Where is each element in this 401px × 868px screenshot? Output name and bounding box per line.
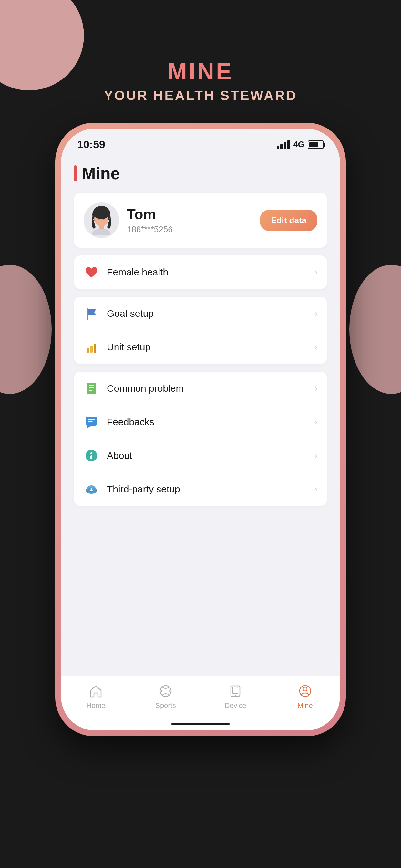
home-bar bbox=[61, 719, 340, 731]
menu-item-feedbacks[interactable]: Feedbacks › bbox=[74, 405, 327, 439]
svg-rect-17 bbox=[88, 422, 93, 423]
home-tab-icon bbox=[88, 683, 104, 700]
header-subtitle: YOUR HEALTH STEWARD bbox=[104, 88, 297, 103]
unit-setup-label: Unit setup bbox=[107, 342, 314, 352]
menu-item-third-party[interactable]: Third-party setup › bbox=[74, 472, 327, 506]
menu-section-setup: Goal setup › Unit setup › bbox=[74, 297, 327, 364]
menu-section-health: Female health › bbox=[74, 255, 327, 289]
chevron-icon: › bbox=[314, 451, 317, 461]
network-type: 4G bbox=[293, 140, 305, 150]
signal-bars-icon bbox=[277, 140, 290, 149]
header-section: MINE YOUR HEALTH STEWARD bbox=[104, 58, 297, 103]
svg-rect-13 bbox=[89, 388, 94, 389]
user-info: Tom 186****5256 bbox=[127, 206, 260, 235]
svg-rect-10 bbox=[94, 344, 96, 352]
device-tab-icon bbox=[227, 683, 244, 700]
battery-icon bbox=[308, 141, 324, 149]
cloud-icon bbox=[84, 482, 99, 497]
menu-item-female-health[interactable]: Female health › bbox=[74, 255, 327, 289]
common-problem-label: Common problem bbox=[107, 383, 314, 394]
menu-section-help: Common problem › Feedbacks bbox=[74, 372, 327, 506]
tab-home-label: Home bbox=[87, 702, 105, 710]
home-bar-indicator bbox=[172, 723, 229, 725]
page-title: Mine bbox=[82, 164, 120, 183]
svg-rect-20 bbox=[90, 455, 92, 459]
tab-device[interactable]: Device bbox=[216, 683, 255, 710]
menu-item-goal-setup[interactable]: Goal setup › bbox=[74, 297, 327, 330]
tab-bar: Home Sports bbox=[61, 676, 340, 719]
svg-rect-14 bbox=[89, 390, 92, 391]
status-icons: 4G bbox=[277, 140, 324, 150]
svg-point-6 bbox=[103, 218, 104, 220]
svg-rect-7 bbox=[87, 308, 89, 320]
user-name: Tom bbox=[127, 206, 260, 222]
chevron-icon: › bbox=[314, 417, 317, 427]
tab-home[interactable]: Home bbox=[76, 683, 115, 710]
bg-circle-top bbox=[0, 0, 84, 90]
status-bar: 10:59 4G bbox=[61, 128, 340, 154]
phone-inner: 10:59 4G bbox=[61, 128, 340, 731]
edit-data-button[interactable]: Edit data bbox=[260, 210, 317, 231]
menu-item-about[interactable]: About › bbox=[74, 439, 327, 472]
about-label: About bbox=[107, 450, 314, 461]
avatar-svg bbox=[89, 206, 114, 235]
chevron-icon: › bbox=[314, 267, 317, 277]
svg-point-31 bbox=[303, 687, 307, 691]
svg-rect-12 bbox=[89, 385, 94, 386]
bg-circle-left bbox=[0, 265, 52, 394]
chevron-icon: › bbox=[314, 484, 317, 494]
chat-icon bbox=[84, 414, 99, 430]
app-content: Mine bbox=[61, 154, 340, 676]
tab-mine-label: Mine bbox=[297, 702, 313, 710]
sports-tab-icon bbox=[157, 683, 174, 700]
svg-rect-16 bbox=[88, 419, 95, 420]
bg-circle-right bbox=[349, 265, 401, 394]
page-title-row: Mine bbox=[74, 164, 327, 183]
header-title: MINE bbox=[104, 58, 297, 85]
menu-item-unit-setup[interactable]: Unit setup › bbox=[74, 330, 327, 364]
feedbacks-label: Feedbacks bbox=[107, 416, 314, 428]
avatar bbox=[84, 203, 119, 238]
doc-icon bbox=[84, 381, 99, 396]
phone-outer: 10:59 4G bbox=[55, 123, 346, 736]
phone-mockup: 10:59 4G bbox=[55, 123, 346, 736]
tab-device-label: Device bbox=[224, 702, 246, 710]
svg-rect-15 bbox=[86, 416, 97, 426]
mine-tab-icon bbox=[297, 683, 313, 700]
tab-sports-label: Sports bbox=[155, 702, 176, 710]
svg-point-29 bbox=[235, 694, 236, 696]
svg-point-19 bbox=[90, 453, 92, 454]
female-health-label: Female health bbox=[107, 267, 314, 278]
menu-item-common-problem[interactable]: Common problem › bbox=[74, 372, 327, 405]
chevron-icon: › bbox=[314, 342, 317, 352]
svg-rect-8 bbox=[87, 348, 89, 352]
flag-icon bbox=[84, 306, 99, 321]
status-time: 10:59 bbox=[77, 138, 105, 151]
battery-fill bbox=[309, 142, 318, 147]
chart-icon bbox=[84, 339, 99, 355]
tab-sports[interactable]: Sports bbox=[146, 683, 185, 710]
info-icon bbox=[84, 448, 99, 463]
title-accent bbox=[74, 165, 76, 182]
svg-point-5 bbox=[98, 218, 100, 220]
user-phone: 186****5256 bbox=[127, 224, 260, 235]
profile-card: Tom 186****5256 Edit data bbox=[74, 193, 327, 248]
tab-mine[interactable]: Mine bbox=[286, 683, 325, 710]
third-party-label: Third-party setup bbox=[107, 484, 314, 495]
chevron-icon: › bbox=[314, 308, 317, 319]
goal-setup-label: Goal setup bbox=[107, 308, 314, 319]
heart-icon bbox=[84, 265, 99, 280]
chevron-icon: › bbox=[314, 383, 317, 394]
svg-rect-9 bbox=[90, 345, 93, 352]
svg-point-3 bbox=[92, 228, 111, 235]
svg-rect-28 bbox=[233, 687, 238, 693]
